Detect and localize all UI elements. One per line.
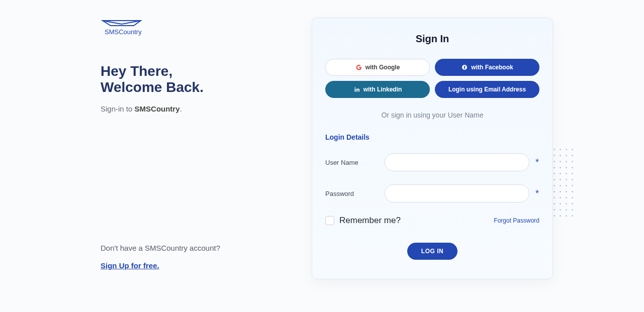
remember-checkbox[interactable] [325,216,334,225]
password-input[interactable] [385,184,529,202]
svg-rect-1 [354,89,355,92]
signin-subtext: Sign-in to SMSCountry. [101,105,292,113]
email-label: Login using Email Address [448,86,526,93]
google-label: with Google [365,64,400,71]
facebook-login-button[interactable]: with Facebook [435,59,539,76]
forgot-password-link[interactable]: Forgot Password [494,217,539,224]
remember-label: Remember me? [339,216,401,226]
signin-prefix: Sign-in to [101,105,135,113]
facebook-icon [461,64,468,71]
welcome-line2: Welcome Back. [101,79,204,95]
signin-card: Sign In with Google with Facebook [312,18,553,279]
password-label: Password [325,190,380,197]
brand-logo: SMSCountry [101,18,292,36]
username-input[interactable] [385,153,529,171]
or-divider-text: Or sign in using your User Name [325,111,539,119]
linkedin-label: with Linkedin [363,86,402,93]
card-title: Sign In [325,33,539,45]
brand-name: SMSCountry [105,28,292,36]
email-login-button[interactable]: Login using Email Address [435,81,539,98]
google-icon [355,64,362,71]
signin-suffix: . [180,105,182,113]
decorative-dots [535,149,571,218]
linkedin-login-button[interactable]: with Linkedin [325,81,430,98]
welcome-line1: Hey There, [101,63,172,79]
required-asterisk: * [535,189,539,198]
username-label: User Name [325,159,380,166]
login-details-label: Login Details [325,133,539,141]
welcome-heading: Hey There, Welcome Back. [101,63,292,95]
login-button[interactable]: LOG IN [407,243,457,260]
svg-point-2 [354,87,355,88]
signin-brand: SMSCountry [135,105,180,113]
signup-link[interactable]: Sign Up for free. [101,261,159,270]
google-login-button[interactable]: with Google [325,59,430,76]
required-asterisk: * [535,158,539,167]
no-account-text: Don't have a SMSCountry account? [101,244,292,252]
linkedin-icon [353,86,360,93]
facebook-label: with Facebook [471,64,513,71]
